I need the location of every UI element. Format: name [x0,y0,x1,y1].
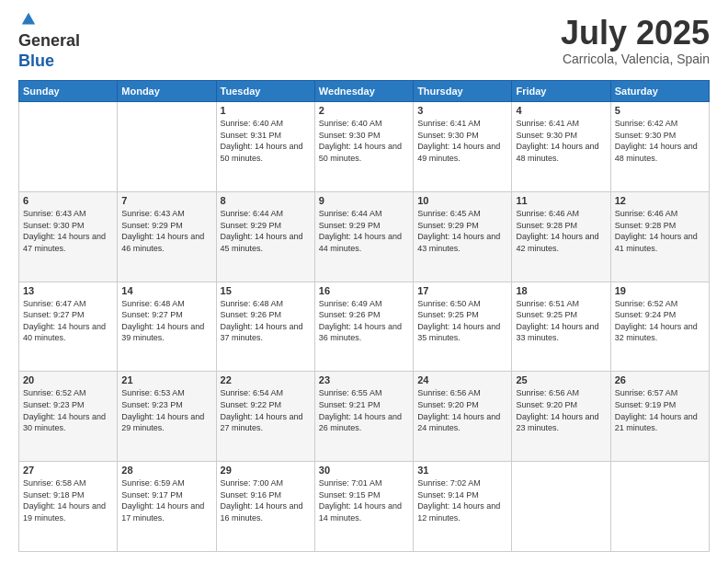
table-row: 15 Sunrise: 6:48 AM Sunset: 9:26 PM Dayl… [216,282,314,372]
sunrise-text: Sunrise: 6:52 AM [615,299,678,308]
day-number: 22 [221,374,311,385]
daylight-text: Daylight: 14 hours and 48 minutes. [516,142,598,163]
logo-blue: Blue [18,52,54,70]
table-row: 18 Sunrise: 6:51 AM Sunset: 9:25 PM Dayl… [512,282,610,372]
sunrise-text: Sunrise: 6:57 AM [615,388,678,397]
daylight-text: Daylight: 14 hours and 50 minutes. [221,142,303,163]
sunrise-text: Sunrise: 6:48 AM [121,299,185,308]
sunset-text: Sunset: 9:30 PM [516,131,577,140]
calendar-week-row: 6 Sunrise: 6:43 AM Sunset: 9:30 PM Dayli… [19,191,710,282]
title-location: Carricola, Valencia, Spain [561,52,710,66]
daylight-text: Daylight: 14 hours and 29 minutes. [121,412,204,433]
day-info: Sunrise: 6:56 AM Sunset: 9:20 PM Dayligh… [516,387,606,433]
table-row: 29 Sunrise: 7:00 AM Sunset: 9:16 PM Dayl… [216,462,314,552]
sunrise-text: Sunrise: 6:43 AM [23,209,86,218]
sunrise-text: Sunrise: 6:40 AM [221,119,284,128]
day-info: Sunrise: 6:59 AM Sunset: 9:17 PM Dayligh… [121,477,211,523]
sunrise-text: Sunrise: 6:48 AM [221,299,284,308]
day-info: Sunrise: 6:49 AM Sunset: 9:26 PM Dayligh… [319,298,409,344]
calendar-week-row: 1 Sunrise: 6:40 AM Sunset: 9:31 PM Dayli… [19,102,710,192]
day-info: Sunrise: 6:40 AM Sunset: 9:31 PM Dayligh… [221,118,311,164]
day-number: 12 [615,195,705,206]
day-info: Sunrise: 7:00 AM Sunset: 9:16 PM Dayligh… [221,477,311,523]
day-number: 30 [319,465,409,476]
sunset-text: Sunset: 9:27 PM [121,310,183,319]
daylight-text: Daylight: 14 hours and 14 minutes. [319,501,402,523]
title-month: July 2025 [561,15,710,52]
day-info: Sunrise: 6:53 AM Sunset: 9:23 PM Dayligh… [121,387,211,433]
sunrise-text: Sunrise: 6:43 AM [121,209,185,218]
page: General Blue July 2025 Carricola, Valenc… [0,0,728,563]
day-info: Sunrise: 6:42 AM Sunset: 9:30 PM Dayligh… [615,118,705,164]
table-row: 14 Sunrise: 6:48 AM Sunset: 9:27 PM Dayl… [118,282,216,372]
logo-general: General [18,31,80,50]
daylight-text: Daylight: 14 hours and 21 minutes. [615,412,698,433]
col-wednesday: Wednesday [314,81,413,102]
day-info: Sunrise: 6:58 AM Sunset: 9:18 PM Dayligh… [23,477,113,523]
sunset-text: Sunset: 9:26 PM [221,310,282,319]
table-row: 4 Sunrise: 6:41 AM Sunset: 9:30 PM Dayli… [512,102,610,192]
day-info: Sunrise: 6:41 AM Sunset: 9:30 PM Dayligh… [516,118,606,164]
sunset-text: Sunset: 9:29 PM [221,221,282,230]
table-row: 3 Sunrise: 6:41 AM Sunset: 9:30 PM Dayli… [414,102,512,192]
sunrise-text: Sunrise: 6:41 AM [516,119,579,128]
day-number: 16 [319,285,409,296]
sunset-text: Sunset: 9:29 PM [319,221,381,230]
day-info: Sunrise: 6:48 AM Sunset: 9:27 PM Dayligh… [121,298,211,344]
day-number: 23 [319,374,409,385]
daylight-text: Daylight: 14 hours and 46 minutes. [121,232,204,253]
daylight-text: Daylight: 14 hours and 19 minutes. [23,501,106,523]
sunset-text: Sunset: 9:28 PM [615,221,677,230]
day-number: 19 [615,285,705,296]
day-number: 11 [516,195,606,206]
day-number: 17 [417,285,507,296]
daylight-text: Daylight: 14 hours and 23 minutes. [516,412,598,433]
table-row: 7 Sunrise: 6:43 AM Sunset: 9:29 PM Dayli… [118,191,216,282]
col-sunday: Sunday [19,81,118,102]
daylight-text: Daylight: 14 hours and 12 minutes. [417,501,500,523]
day-info: Sunrise: 6:56 AM Sunset: 9:20 PM Dayligh… [417,387,507,433]
day-number: 31 [417,465,507,476]
table-row: 9 Sunrise: 6:44 AM Sunset: 9:29 PM Dayli… [314,191,413,282]
day-number: 4 [516,105,606,116]
table-row: 11 Sunrise: 6:46 AM Sunset: 9:28 PM Dayl… [512,191,610,282]
table-row: 2 Sunrise: 6:40 AM Sunset: 9:30 PM Dayli… [314,102,413,192]
calendar-table: Sunday Monday Tuesday Wednesday Thursday… [18,80,710,552]
day-number: 29 [221,465,311,476]
day-info: Sunrise: 6:40 AM Sunset: 9:30 PM Dayligh… [319,118,409,164]
daylight-text: Daylight: 14 hours and 30 minutes. [23,412,106,433]
daylight-text: Daylight: 14 hours and 40 minutes. [23,322,106,343]
day-info: Sunrise: 6:54 AM Sunset: 9:22 PM Dayligh… [221,387,311,433]
day-number: 3 [417,105,507,116]
calendar-week-row: 13 Sunrise: 6:47 AM Sunset: 9:27 PM Dayl… [19,282,710,372]
table-row: 30 Sunrise: 7:01 AM Sunset: 9:15 PM Dayl… [314,462,413,552]
header: General Blue July 2025 Carricola, Valenc… [18,15,710,71]
col-thursday: Thursday [414,81,512,102]
day-info: Sunrise: 6:52 AM Sunset: 9:23 PM Dayligh… [23,387,113,433]
day-number: 27 [23,465,113,476]
sunrise-text: Sunrise: 6:56 AM [417,388,481,397]
day-number: 8 [221,195,311,206]
daylight-text: Daylight: 14 hours and 35 minutes. [417,322,500,343]
sunrise-text: Sunrise: 6:49 AM [319,299,382,308]
sunrise-text: Sunrise: 6:59 AM [121,478,185,488]
sunset-text: Sunset: 9:29 PM [121,221,183,230]
sunset-text: Sunset: 9:20 PM [417,400,479,409]
sunrise-text: Sunrise: 7:00 AM [221,478,284,488]
sunrise-text: Sunrise: 6:46 AM [516,209,579,218]
sunset-text: Sunset: 9:19 PM [615,400,677,409]
table-row: 31 Sunrise: 7:02 AM Sunset: 9:14 PM Dayl… [414,462,512,552]
sunset-text: Sunset: 9:24 PM [615,310,677,319]
day-info: Sunrise: 6:51 AM Sunset: 9:25 PM Dayligh… [516,298,606,344]
sunset-text: Sunset: 9:21 PM [319,400,381,409]
sunrise-text: Sunrise: 6:51 AM [516,299,579,308]
sunrise-text: Sunrise: 6:46 AM [615,209,678,218]
day-number: 10 [417,195,507,206]
day-number: 24 [417,374,507,385]
day-info: Sunrise: 6:43 AM Sunset: 9:30 PM Dayligh… [23,208,113,254]
table-row: 27 Sunrise: 6:58 AM Sunset: 9:18 PM Dayl… [19,462,118,552]
calendar-header-row: Sunday Monday Tuesday Wednesday Thursday… [19,81,710,102]
sunset-text: Sunset: 9:16 PM [221,490,282,500]
sunset-text: Sunset: 9:28 PM [516,221,577,230]
title-block: July 2025 Carricola, Valencia, Spain [561,15,710,66]
